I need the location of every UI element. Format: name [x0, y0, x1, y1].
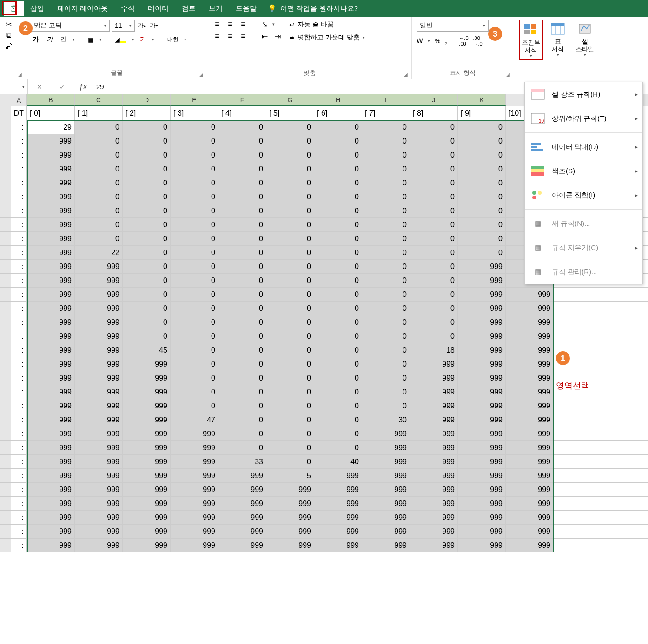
- cell[interactable]: 0: [410, 315, 458, 329]
- cell[interactable]: 5: [266, 469, 314, 482]
- cell[interactable]: 0: [171, 315, 218, 329]
- cell[interactable]: 0: [171, 357, 218, 371]
- cf-color-scales[interactable]: 색조(S) ▸: [525, 159, 642, 183]
- cell[interactable]: 0: [314, 246, 362, 259]
- cell[interactable]: 999: [458, 497, 506, 510]
- cell[interactable]: 0: [458, 232, 506, 245]
- cell[interactable]: 0: [410, 260, 458, 273]
- row-header[interactable]: [0, 343, 11, 357]
- align-left-button[interactable]: ≡: [212, 32, 222, 41]
- cell[interactable]: 0: [171, 274, 218, 287]
- cell[interactable]: [ 4]: [218, 106, 266, 120]
- cell[interactable]: 0: [171, 302, 218, 315]
- row-header[interactable]: [0, 483, 11, 496]
- cell[interactable]: 0: [123, 120, 171, 134]
- cell[interactable]: 999: [171, 497, 218, 510]
- cell[interactable]: 999: [362, 483, 410, 496]
- cell[interactable]: 0: [314, 329, 362, 343]
- cell[interactable]: 0: [410, 162, 458, 176]
- cell[interactable]: 0: [266, 218, 314, 231]
- bold-button[interactable]: 가: [31, 34, 41, 45]
- cell[interactable]: 0: [266, 413, 314, 427]
- cell[interactable]: 999: [458, 469, 506, 482]
- font-name-select[interactable]: 맑은 고딕 ▾: [31, 20, 110, 32]
- cf-manage-rules[interactable]: ▦ 규칙 관리(R)...: [525, 260, 642, 284]
- cell[interactable]: 0: [266, 120, 314, 134]
- row-header[interactable]: [0, 539, 11, 552]
- cell[interactable]: 999: [410, 469, 458, 482]
- cell[interactable]: 0: [171, 120, 218, 134]
- cell[interactable]: :: [11, 302, 27, 315]
- cell[interactable]: 999: [410, 413, 458, 427]
- cell[interactable]: 999: [75, 497, 123, 510]
- cell[interactable]: 999: [123, 357, 171, 371]
- cell[interactable]: 0: [218, 232, 266, 245]
- cell[interactable]: 999: [506, 525, 554, 538]
- cell[interactable]: 0: [266, 329, 314, 343]
- cell[interactable]: 0: [218, 288, 266, 301]
- cell[interactable]: 999: [75, 511, 123, 524]
- cut-button[interactable]: ✂: [4, 20, 13, 29]
- cell[interactable]: 0: [266, 315, 314, 329]
- column-header-B[interactable]: B: [27, 94, 75, 106]
- cell[interactable]: 0: [314, 190, 362, 204]
- align-middle-button[interactable]: ≡: [225, 20, 235, 29]
- cell[interactable]: 0: [266, 204, 314, 217]
- cell[interactable]: 0: [266, 302, 314, 315]
- cell[interactable]: 999: [218, 539, 266, 552]
- cell[interactable]: 999: [27, 246, 75, 259]
- cell[interactable]: 999: [410, 455, 458, 468]
- cell[interactable]: 999: [410, 525, 458, 538]
- cell[interactable]: 0: [171, 176, 218, 190]
- column-header-A[interactable]: A: [11, 94, 27, 106]
- borders-button[interactable]: ▦: [86, 35, 96, 44]
- cell[interactable]: 0: [362, 120, 410, 134]
- cell[interactable]: :: [11, 399, 27, 413]
- cell[interactable]: 0: [410, 176, 458, 190]
- currency-button[interactable]: ₩: [417, 37, 423, 45]
- cell[interactable]: 0: [266, 343, 314, 357]
- tab-view[interactable]: 보기: [202, 1, 229, 16]
- cell[interactable]: 999: [218, 469, 266, 482]
- column-header-F[interactable]: F: [218, 94, 266, 106]
- cell[interactable]: 0: [314, 204, 362, 217]
- align-bottom-button[interactable]: ≡: [238, 20, 248, 29]
- row-header[interactable]: [0, 497, 11, 510]
- cell[interactable]: :: [11, 120, 27, 134]
- cell[interactable]: 999: [75, 413, 123, 427]
- cell[interactable]: 999: [506, 539, 554, 552]
- row-header[interactable]: [0, 148, 11, 162]
- cell[interactable]: 999: [27, 232, 75, 245]
- cell[interactable]: 22: [75, 246, 123, 259]
- cell[interactable]: 999: [362, 427, 410, 440]
- cell[interactable]: 999: [27, 343, 75, 357]
- cell[interactable]: 0: [171, 399, 218, 413]
- cell[interactable]: 999: [75, 427, 123, 440]
- cell[interactable]: 0: [75, 204, 123, 217]
- cell[interactable]: :: [11, 371, 27, 385]
- select-all-corner[interactable]: [0, 94, 11, 106]
- cell[interactable]: 0: [458, 176, 506, 190]
- cell[interactable]: 0: [458, 204, 506, 217]
- cell[interactable]: 999: [123, 427, 171, 440]
- cell[interactable]: 0: [218, 120, 266, 134]
- comma-button[interactable]: ,: [445, 37, 447, 45]
- cell[interactable]: 0: [266, 232, 314, 245]
- row-header[interactable]: [0, 190, 11, 204]
- cell[interactable]: 999: [27, 274, 75, 287]
- cell[interactable]: 999: [458, 329, 506, 343]
- cell[interactable]: 999: [123, 371, 171, 385]
- cell[interactable]: 999: [75, 371, 123, 385]
- cell[interactable]: 999: [458, 511, 506, 524]
- cf-new-rule[interactable]: ▦ 새 규칙(N)...: [525, 211, 642, 236]
- cell[interactable]: 999: [266, 525, 314, 538]
- cell[interactable]: 999: [266, 483, 314, 496]
- cell[interactable]: 999: [27, 511, 75, 524]
- cell[interactable]: 999: [75, 539, 123, 552]
- cell[interactable]: 0: [266, 246, 314, 259]
- cell[interactable]: 0: [218, 399, 266, 413]
- cell[interactable]: 999: [362, 497, 410, 510]
- cell[interactable]: 0: [123, 302, 171, 315]
- cell[interactable]: 999: [123, 497, 171, 510]
- row-header[interactable]: [0, 218, 11, 231]
